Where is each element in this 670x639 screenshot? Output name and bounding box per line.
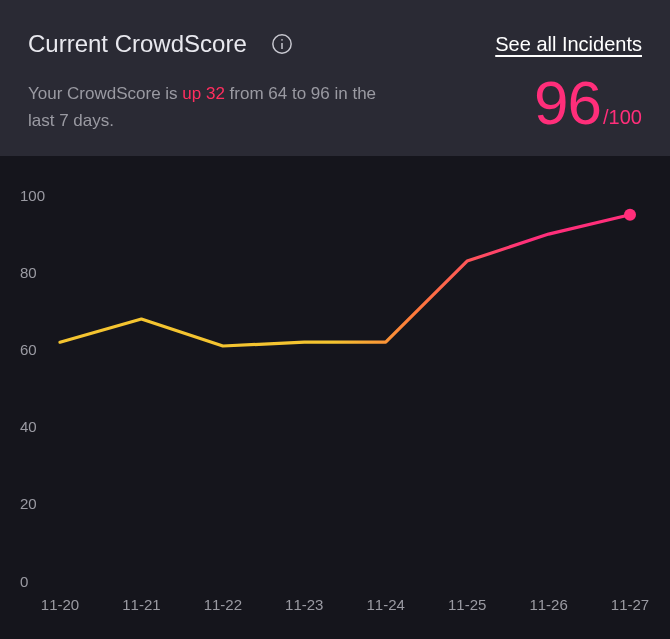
see-all-incidents-link[interactable]: See all Incidents (495, 33, 642, 56)
y-tick-label: 40 (20, 418, 37, 435)
info-icon[interactable] (271, 33, 293, 55)
header-sub-row: Your CrowdScore is up 32 from 64 to 96 i… (28, 72, 642, 134)
x-tick-label: 11-25 (448, 596, 486, 613)
x-tick-label: 11-27 (611, 596, 649, 613)
x-tick-label: 11-20 (41, 596, 79, 613)
header-panel: Current CrowdScore See all Incidents You… (0, 0, 670, 156)
x-tick-label: 11-26 (529, 596, 567, 613)
svg-point-1 (281, 39, 283, 41)
summary-change: up 32 (182, 84, 225, 103)
score-denom: /100 (603, 106, 642, 129)
data-line (60, 215, 630, 346)
x-tick-label: 11-22 (204, 596, 242, 613)
page-title: Current CrowdScore (28, 30, 247, 58)
chart-area: 020406080100 11-2011-2111-2211-2311-2411… (0, 156, 670, 633)
x-tick-label: 11-21 (122, 596, 160, 613)
y-tick-label: 60 (20, 341, 37, 358)
x-tick-label: 11-24 (367, 596, 405, 613)
y-tick-label: 20 (20, 495, 37, 512)
end-point-marker (624, 209, 636, 221)
score-summary: Your CrowdScore is up 32 from 64 to 96 i… (28, 81, 388, 134)
y-tick-label: 100 (20, 187, 45, 204)
summary-prefix: Your CrowdScore is (28, 84, 182, 103)
y-tick-label: 80 (20, 264, 37, 281)
x-axis: 11-2011-2111-2211-2311-2411-2511-2611-27 (41, 596, 649, 613)
score-value: 96 (534, 72, 601, 134)
header-top-row: Current CrowdScore See all Incidents (28, 30, 642, 58)
x-tick-label: 11-23 (285, 596, 323, 613)
title-group: Current CrowdScore (28, 30, 293, 58)
y-axis: 020406080100 (20, 187, 45, 590)
line-chart: 020406080100 11-2011-2111-2211-2311-2411… (10, 170, 650, 623)
y-tick-label: 0 (20, 573, 28, 590)
score-display: 96 /100 (534, 72, 642, 134)
